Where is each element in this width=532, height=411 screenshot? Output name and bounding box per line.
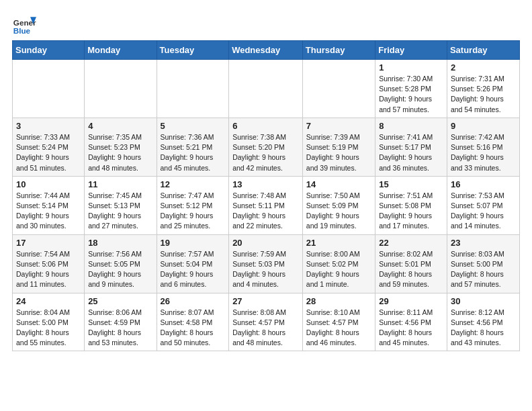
day-number: 21	[306, 238, 371, 248]
day-info: Sunrise: 7:44 AM Sunset: 5:14 PM Dayligh…	[16, 191, 81, 232]
day-number: 12	[161, 179, 226, 189]
day-info: Sunrise: 8:00 AM Sunset: 5:02 PM Dayligh…	[306, 249, 371, 290]
day-info: Sunrise: 7:57 AM Sunset: 5:04 PM Dayligh…	[161, 249, 226, 290]
day-info: Sunrise: 8:06 AM Sunset: 4:59 PM Dayligh…	[88, 308, 152, 349]
week-row-3: 10Sunrise: 7:44 AM Sunset: 5:14 PM Dayli…	[13, 176, 520, 234]
calendar-cell: 21Sunrise: 8:00 AM Sunset: 5:02 PM Dayli…	[302, 234, 375, 293]
day-number: 3	[16, 121, 81, 131]
day-info: Sunrise: 7:53 AM Sunset: 5:07 PM Dayligh…	[451, 191, 516, 232]
day-info: Sunrise: 8:04 AM Sunset: 5:00 PM Dayligh…	[16, 308, 81, 349]
weekday-header-wednesday: Wednesday	[229, 41, 303, 60]
calendar-cell: 3Sunrise: 7:33 AM Sunset: 5:24 PM Daylig…	[13, 118, 85, 176]
calendar-cell: 19Sunrise: 7:57 AM Sunset: 5:04 PM Dayli…	[157, 234, 229, 293]
day-info: Sunrise: 7:39 AM Sunset: 5:19 PM Dayligh…	[306, 132, 371, 173]
day-info: Sunrise: 7:35 AM Sunset: 5:23 PM Dayligh…	[88, 132, 152, 173]
weekday-header-row: SundayMondayTuesdayWednesdayThursdayFrid…	[13, 41, 520, 60]
day-number: 5	[161, 121, 226, 131]
day-number: 25	[88, 296, 152, 306]
calendar-cell: 1Sunrise: 7:30 AM Sunset: 5:28 PM Daylig…	[375, 60, 447, 118]
day-number: 10	[16, 179, 81, 189]
day-info: Sunrise: 7:42 AM Sunset: 5:16 PM Dayligh…	[451, 132, 516, 173]
day-number: 8	[379, 121, 443, 131]
day-info: Sunrise: 7:38 AM Sunset: 5:20 PM Dayligh…	[232, 132, 299, 173]
calendar-cell: 12Sunrise: 7:47 AM Sunset: 5:12 PM Dayli…	[157, 176, 229, 234]
calendar-page: General Blue SundayMondayTuesdayWednesda…	[0, 0, 532, 363]
day-info: Sunrise: 7:54 AM Sunset: 5:06 PM Dayligh…	[16, 249, 81, 290]
calendar-cell: 27Sunrise: 8:08 AM Sunset: 4:57 PM Dayli…	[229, 293, 303, 351]
calendar-cell: 18Sunrise: 7:56 AM Sunset: 5:05 PM Dayli…	[85, 234, 157, 293]
svg-text:Blue: Blue	[13, 26, 31, 35]
day-number: 22	[379, 238, 443, 248]
day-info: Sunrise: 7:51 AM Sunset: 5:08 PM Dayligh…	[379, 191, 443, 232]
day-number: 2	[451, 62, 516, 73]
calendar-cell: 2Sunrise: 7:31 AM Sunset: 5:26 PM Daylig…	[447, 60, 519, 118]
day-number: 1	[379, 62, 443, 73]
day-number: 13	[232, 179, 299, 189]
day-number: 26	[161, 296, 226, 306]
day-number: 11	[88, 179, 152, 189]
day-number: 24	[16, 296, 81, 306]
day-info: Sunrise: 7:36 AM Sunset: 5:21 PM Dayligh…	[161, 132, 226, 173]
day-info: Sunrise: 7:31 AM Sunset: 5:26 PM Dayligh…	[451, 74, 516, 115]
weekday-header-thursday: Thursday	[302, 41, 375, 60]
day-info: Sunrise: 8:12 AM Sunset: 4:56 PM Dayligh…	[451, 308, 516, 349]
weekday-header-sunday: Sunday	[13, 41, 85, 60]
calendar-cell: 13Sunrise: 7:48 AM Sunset: 5:11 PM Dayli…	[229, 176, 303, 234]
day-info: Sunrise: 7:48 AM Sunset: 5:11 PM Dayligh…	[232, 191, 299, 232]
calendar-cell: 25Sunrise: 8:06 AM Sunset: 4:59 PM Dayli…	[85, 293, 157, 351]
calendar-cell: 10Sunrise: 7:44 AM Sunset: 5:14 PM Dayli…	[13, 176, 85, 234]
day-info: Sunrise: 7:50 AM Sunset: 5:09 PM Dayligh…	[306, 191, 371, 232]
weekday-header-friday: Friday	[375, 41, 447, 60]
day-number: 23	[451, 238, 516, 248]
logo: General Blue	[12, 12, 36, 36]
calendar-cell: 4Sunrise: 7:35 AM Sunset: 5:23 PM Daylig…	[85, 118, 157, 176]
calendar-cell	[302, 60, 375, 118]
day-number: 9	[451, 121, 516, 131]
calendar-cell	[13, 60, 85, 118]
day-number: 20	[232, 238, 299, 248]
day-number: 28	[306, 296, 371, 306]
day-info: Sunrise: 7:47 AM Sunset: 5:12 PM Dayligh…	[161, 191, 226, 232]
day-info: Sunrise: 8:03 AM Sunset: 5:00 PM Dayligh…	[451, 249, 516, 290]
weekday-header-tuesday: Tuesday	[157, 41, 229, 60]
calendar-cell: 28Sunrise: 8:10 AM Sunset: 4:57 PM Dayli…	[302, 293, 375, 351]
calendar-cell: 15Sunrise: 7:51 AM Sunset: 5:08 PM Dayli…	[375, 176, 447, 234]
day-number: 14	[306, 179, 371, 189]
logo-icon: General Blue	[12, 12, 36, 36]
day-number: 30	[451, 296, 516, 306]
week-row-1: 1Sunrise: 7:30 AM Sunset: 5:28 PM Daylig…	[13, 60, 520, 118]
day-info: Sunrise: 7:56 AM Sunset: 5:05 PM Dayligh…	[88, 249, 152, 290]
header: General Blue	[12, 12, 520, 36]
week-row-4: 17Sunrise: 7:54 AM Sunset: 5:06 PM Dayli…	[13, 234, 520, 293]
calendar-cell: 26Sunrise: 8:07 AM Sunset: 4:58 PM Dayli…	[157, 293, 229, 351]
day-number: 27	[232, 296, 299, 306]
day-number: 19	[161, 238, 226, 248]
day-info: Sunrise: 8:02 AM Sunset: 5:01 PM Dayligh…	[379, 249, 443, 290]
calendar-cell: 9Sunrise: 7:42 AM Sunset: 5:16 PM Daylig…	[447, 118, 519, 176]
day-info: Sunrise: 8:07 AM Sunset: 4:58 PM Dayligh…	[161, 308, 226, 349]
calendar-cell	[229, 60, 303, 118]
calendar-cell: 30Sunrise: 8:12 AM Sunset: 4:56 PM Dayli…	[447, 293, 519, 351]
day-info: Sunrise: 8:08 AM Sunset: 4:57 PM Dayligh…	[232, 308, 299, 349]
calendar-cell	[85, 60, 157, 118]
calendar-cell: 20Sunrise: 7:59 AM Sunset: 5:03 PM Dayli…	[229, 234, 303, 293]
calendar-cell: 22Sunrise: 8:02 AM Sunset: 5:01 PM Dayli…	[375, 234, 447, 293]
calendar-cell: 7Sunrise: 7:39 AM Sunset: 5:19 PM Daylig…	[302, 118, 375, 176]
day-number: 4	[88, 121, 152, 131]
day-info: Sunrise: 7:59 AM Sunset: 5:03 PM Dayligh…	[232, 249, 299, 290]
day-info: Sunrise: 8:10 AM Sunset: 4:57 PM Dayligh…	[306, 308, 371, 349]
calendar-cell: 16Sunrise: 7:53 AM Sunset: 5:07 PM Dayli…	[447, 176, 519, 234]
day-number: 16	[451, 179, 516, 189]
calendar-cell: 23Sunrise: 8:03 AM Sunset: 5:00 PM Dayli…	[447, 234, 519, 293]
week-row-2: 3Sunrise: 7:33 AM Sunset: 5:24 PM Daylig…	[13, 118, 520, 176]
day-info: Sunrise: 7:45 AM Sunset: 5:13 PM Dayligh…	[88, 191, 152, 232]
calendar-cell: 24Sunrise: 8:04 AM Sunset: 5:00 PM Dayli…	[13, 293, 85, 351]
day-number: 17	[16, 238, 81, 248]
calendar-table: SundayMondayTuesdayWednesdayThursdayFrid…	[12, 40, 520, 351]
day-number: 29	[379, 296, 443, 306]
calendar-cell: 6Sunrise: 7:38 AM Sunset: 5:20 PM Daylig…	[229, 118, 303, 176]
week-row-5: 24Sunrise: 8:04 AM Sunset: 5:00 PM Dayli…	[13, 293, 520, 351]
day-info: Sunrise: 7:33 AM Sunset: 5:24 PM Dayligh…	[16, 132, 81, 173]
day-info: Sunrise: 8:11 AM Sunset: 4:56 PM Dayligh…	[379, 308, 443, 349]
calendar-cell: 14Sunrise: 7:50 AM Sunset: 5:09 PM Dayli…	[302, 176, 375, 234]
